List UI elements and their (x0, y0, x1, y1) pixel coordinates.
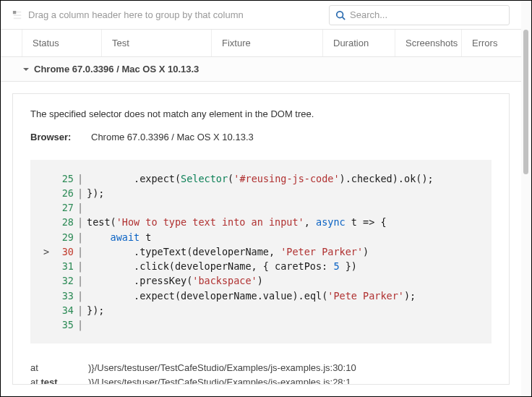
svg-line-1 (343, 17, 346, 20)
code-snippet: 25| .expect(Selector('#reusing-js-code')… (30, 160, 492, 344)
scroll-thumb[interactable] (523, 30, 528, 174)
search-icon (335, 10, 346, 20)
group-row[interactable]: Chrome 67.0.3396 / Mac OS X 10.13.3 (1, 57, 521, 82)
group-row-label: Chrome 67.0.3396 / Mac OS X 10.13.3 (34, 64, 199, 74)
col-fixture[interactable]: Fixture (212, 30, 323, 56)
code-line: 34|}); (43, 303, 479, 317)
group-icon (12, 10, 22, 20)
search-input[interactable] (350, 9, 503, 20)
error-message: The specified selector does not match an… (30, 107, 492, 121)
code-line: 31| .click(developerName, { caretPos: 5 … (43, 259, 479, 273)
svg-point-0 (337, 11, 343, 17)
code-line: 33| .expect(developerName.value).eql('Pe… (43, 289, 479, 303)
col-screenshots[interactable]: Screenshots (395, 30, 462, 56)
col-errors[interactable]: Errors (462, 30, 521, 56)
stack-trace: at)}/Users/testuser/TestCafeStudio/Examp… (30, 361, 492, 385)
stack-row: at test)}/Users/testuser/TestCafeStudio/… (30, 375, 492, 385)
browser-label: Browser: (30, 132, 91, 142)
vertical-scrollbar[interactable] (521, 1, 531, 396)
code-line: 27| (43, 200, 479, 215)
code-line: 26|}); (43, 186, 479, 200)
search-box[interactable] (329, 5, 510, 25)
browser-value: Chrome 67.0.3396 / Mac OS X 10.13.3 (91, 132, 254, 142)
group-by-dropzone[interactable]: Drag a column header here to group by th… (1, 9, 329, 20)
code-line: 29| await t (43, 230, 479, 244)
col-test[interactable]: Test (102, 30, 212, 56)
col-expand (1, 30, 22, 56)
code-line: 25| .expect(Selector('#reusing-js-code')… (43, 171, 479, 186)
group-hint-text: Drag a column header here to group by th… (28, 9, 244, 20)
col-duration[interactable]: Duration (323, 30, 395, 56)
column-headers: Status Test Fixture Duration Screenshots… (1, 30, 521, 57)
code-line: 35| (43, 317, 479, 332)
stack-row: at)}/Users/testuser/TestCafeStudio/Examp… (30, 361, 492, 375)
code-line: >30| .typeText(developerName, 'Peter Par… (43, 244, 479, 259)
code-line: 32| .pressKey('backspace') (43, 273, 479, 288)
chevron-down-icon (22, 66, 30, 73)
code-line: 28|test('How to type text into an input'… (43, 215, 479, 229)
col-status[interactable]: Status (22, 30, 102, 56)
error-detail-panel: The specified selector does not match an… (12, 93, 510, 385)
